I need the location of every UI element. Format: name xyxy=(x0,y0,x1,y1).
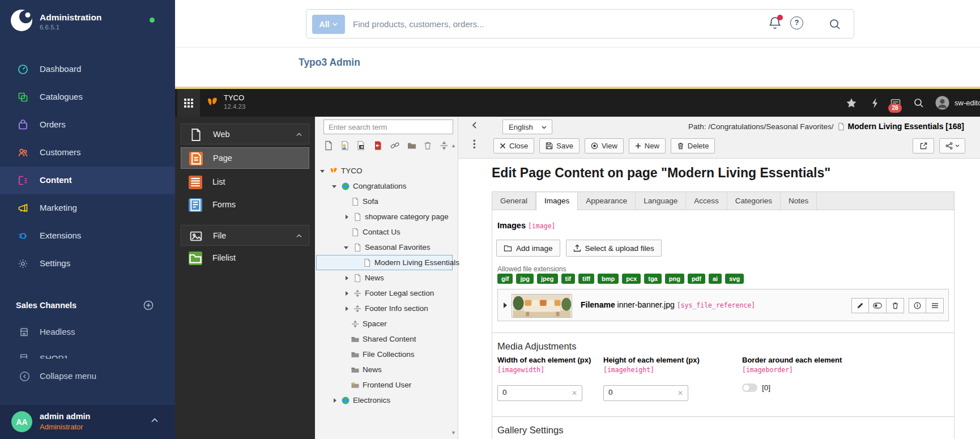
tree-node-news-page[interactable]: News xyxy=(315,270,458,285)
help-icon[interactable] xyxy=(790,16,803,29)
view-button[interactable]: View xyxy=(585,138,624,154)
kebab-menu-icon[interactable]: ••• xyxy=(473,139,481,150)
tab-notes[interactable]: Notes xyxy=(781,193,817,210)
expander-right-icon[interactable] xyxy=(343,275,350,282)
save-button[interactable]: Save xyxy=(539,138,580,154)
search-icon[interactable] xyxy=(913,97,924,109)
sidebar-item-label: Content xyxy=(40,175,72,185)
language-select[interactable]: English xyxy=(502,120,552,134)
tree-node-electronics[interactable]: Electronics xyxy=(315,393,458,408)
share-button[interactable] xyxy=(939,138,965,154)
toggle-visibility-icon[interactable] xyxy=(869,298,887,313)
expander-right-icon[interactable] xyxy=(343,305,350,312)
notification-bell-icon[interactable] xyxy=(768,16,782,31)
sidebar-item-content[interactable]: Content xyxy=(0,167,175,194)
tree-node-shopware-category-page[interactable]: shopware category page xyxy=(315,209,458,224)
new-shortcut-page-icon[interactable] xyxy=(356,140,366,151)
module-group-web[interactable]: Web xyxy=(181,123,309,144)
module-item-forms[interactable]: Forms xyxy=(181,194,309,216)
sidebar-item-sales-channel-headless[interactable]: Headless xyxy=(0,318,175,347)
sidebar-item-customers[interactable]: Customers xyxy=(0,139,175,167)
tree-node-news-folder[interactable]: News xyxy=(315,362,458,377)
search-input[interactable] xyxy=(353,10,795,37)
expander-right-icon[interactable] xyxy=(331,397,338,404)
tree-node-seasonal-favorites[interactable]: Seasonal Favorites xyxy=(315,240,458,255)
imageborder-toggle[interactable] xyxy=(742,383,757,392)
info-icon[interactable] xyxy=(909,298,926,313)
tree-node-congratulations[interactable]: Congratulations xyxy=(315,178,458,194)
expander-down-icon[interactable] xyxy=(331,183,338,190)
reference-menu-icon[interactable] xyxy=(926,298,944,313)
spacer-icon[interactable] xyxy=(439,140,449,151)
expander-right-icon[interactable] xyxy=(343,290,350,297)
typo3-username[interactable]: sw-edito xyxy=(955,99,980,107)
search-scope-dropdown[interactable]: All xyxy=(312,15,345,34)
clear-input-icon[interactable] xyxy=(572,389,577,397)
add-image-button[interactable]: Add image xyxy=(496,240,560,257)
trash-icon[interactable] xyxy=(423,140,433,151)
magnifier-icon[interactable] xyxy=(829,18,841,31)
scroll-down-icon[interactable]: ▼ xyxy=(451,430,456,436)
expander-down-icon[interactable] xyxy=(343,244,350,251)
file-reference-row[interactable]: Filename inner-banner.jpg [sys_file_refe… xyxy=(497,289,949,321)
tree-node-shared-content[interactable]: Shared Content xyxy=(315,331,458,347)
expand-row-icon[interactable] xyxy=(504,302,507,308)
tab-general[interactable]: General xyxy=(492,193,536,210)
tree-node-tyco[interactable]: TYCO xyxy=(315,163,458,178)
open-in-new-window-button[interactable] xyxy=(913,138,934,154)
add-sales-channel-button[interactable] xyxy=(143,300,154,310)
new-link-page-icon[interactable] xyxy=(373,140,383,151)
user-avatar-icon[interactable] xyxy=(935,96,949,110)
tree-node-file-collections[interactable]: File Collections xyxy=(315,347,458,362)
expander-down-icon[interactable] xyxy=(319,168,326,174)
clear-input-icon[interactable] xyxy=(678,389,683,397)
tab-language[interactable]: Language xyxy=(636,193,686,210)
tree-node-footer-info-section[interactable]: Footer Info section xyxy=(315,301,458,316)
tree-node-contact-us[interactable]: Contact Us xyxy=(315,224,458,240)
imagewidth-input[interactable] xyxy=(502,388,565,397)
sidebar-item-extensions[interactable]: Extensions xyxy=(0,222,175,250)
trash-icon[interactable] xyxy=(887,298,904,313)
sidebar-item-orders[interactable]: Orders xyxy=(0,111,175,139)
user-menu[interactable]: AA admin admin Administrator xyxy=(0,404,175,439)
folder-icon[interactable] xyxy=(407,140,417,151)
edit-pencil-icon[interactable] xyxy=(851,298,869,313)
sidebar-item-settings[interactable]: Settings xyxy=(0,250,175,278)
new-frontend-user-page-icon[interactable] xyxy=(340,140,350,151)
tree-node-spacer[interactable]: Spacer xyxy=(315,316,458,331)
imageheight-input[interactable] xyxy=(608,388,671,397)
sidebar-item-sales-channel-clipped[interactable]: SHOP1 xyxy=(0,351,175,359)
new-page-icon[interactable] xyxy=(323,140,334,151)
web-module-icon xyxy=(189,128,203,142)
tree-node-frontend-user[interactable]: Frontend User xyxy=(315,377,458,393)
select-upload-files-button[interactable]: Select & upload files xyxy=(566,240,662,257)
close-button[interactable]: Close xyxy=(493,138,534,154)
scroll-up-icon[interactable]: ▲ xyxy=(451,143,456,148)
new-button[interactable]: New xyxy=(629,138,666,154)
collapse-tree-icon[interactable] xyxy=(471,121,479,129)
tree-node-footer-legal-section[interactable]: Footer Legal section xyxy=(315,285,458,301)
sidebar-item-catalogues[interactable]: Catalogues xyxy=(0,83,175,111)
tree-node-modern-living-essentials[interactable]: Modern Living Essentials xyxy=(315,255,458,270)
tab-images[interactable]: Images xyxy=(536,193,578,210)
new-plus-icon xyxy=(635,143,641,149)
clear-cache-bolt-icon[interactable] xyxy=(870,97,881,109)
tab-access[interactable]: Access xyxy=(686,193,727,210)
module-item-list[interactable]: List xyxy=(181,172,309,193)
tab-categories[interactable]: Categories xyxy=(727,193,781,210)
sidebar-item-marketing[interactable]: Marketing xyxy=(0,194,175,222)
sidebar-item-dashboard[interactable]: Dashboard xyxy=(0,56,175,83)
tab-appearance[interactable]: Appearance xyxy=(578,193,636,210)
tree-search-input[interactable] xyxy=(323,120,453,134)
link-icon[interactable] xyxy=(390,140,400,151)
delete-button[interactable]: Delete xyxy=(671,138,715,154)
module-group-file[interactable]: File xyxy=(181,225,309,246)
module-item-page[interactable]: Page xyxy=(181,147,309,169)
expander-right-icon[interactable] xyxy=(343,214,350,220)
tree-node-sofa[interactable]: Sofa xyxy=(315,194,458,209)
extension-badge: ai xyxy=(709,274,722,284)
collapse-menu-button[interactable]: Collapse menu xyxy=(0,363,175,389)
bookmark-star-icon[interactable] xyxy=(846,97,857,109)
module-item-filelist[interactable]: Filelist xyxy=(181,248,309,269)
module-grid-button[interactable] xyxy=(177,89,200,117)
